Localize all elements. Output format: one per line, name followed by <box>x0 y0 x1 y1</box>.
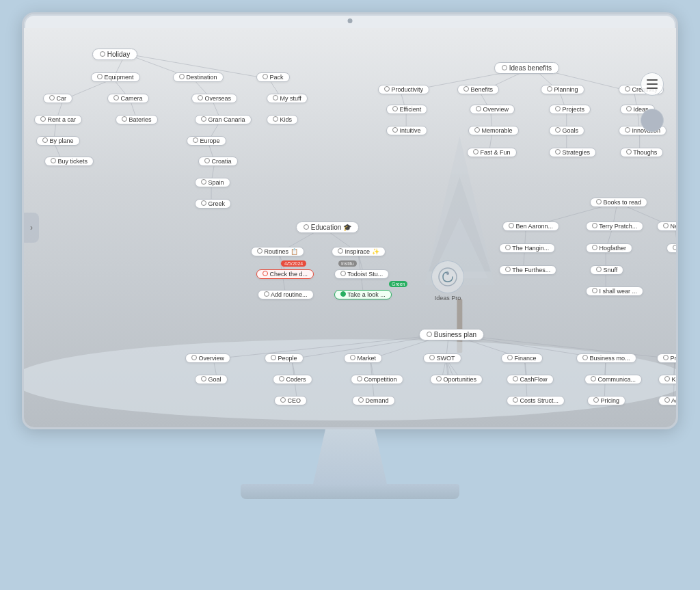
node-ceo[interactable]: CEO <box>274 396 307 405</box>
node-goal[interactable]: Goal <box>195 375 228 384</box>
node-rent-a-car[interactable]: Rent a car <box>34 115 82 124</box>
node-books-to-read[interactable]: Books to read <box>590 198 647 207</box>
logo-text: Ideas Pro <box>435 295 461 301</box>
node-finance[interactable]: Finance <box>501 353 543 363</box>
svg-point-74 <box>439 268 457 286</box>
node-business-plan[interactable]: Business plan <box>419 329 484 340</box>
logo-circle <box>431 260 464 293</box>
mindmap: Holiday Equipment Destination Pack Car C… <box>24 28 676 427</box>
node-take-a-look[interactable]: Take a look ... <box>334 290 392 299</box>
node-destination[interactable]: Destination <box>173 72 224 82</box>
node-the-hangin[interactable]: The Hangin... <box>499 243 555 253</box>
node-snuff[interactable]: Snuff <box>590 265 623 275</box>
node-ideas-benefits[interactable]: Ideas benefits <box>494 62 559 74</box>
node-i-shall-wear[interactable]: I shall wear ... <box>586 286 643 296</box>
menu-button[interactable] <box>641 72 664 96</box>
node-demand[interactable]: Demand <box>352 396 395 405</box>
node-terry-pratch[interactable]: Terry Pratch... <box>586 222 643 231</box>
node-thoughts[interactable]: Thoughs <box>620 148 663 157</box>
green-badge: Green <box>389 281 407 287</box>
node-equipment[interactable]: Equipment <box>91 72 140 82</box>
node-kids[interactable]: Kids <box>267 115 298 124</box>
node-people[interactable]: People <box>265 353 304 363</box>
node-market[interactable]: Market <box>344 353 382 363</box>
center-logo: Ideas Pro <box>427 260 468 301</box>
monitor: Holiday Equipment Destination Pack Car C… <box>22 12 678 429</box>
node-cashflow[interactable]: CashFlow <box>507 375 554 384</box>
node-oportunities[interactable]: Oportunities <box>430 375 483 384</box>
node-fast-fun[interactable]: Fast & Fun <box>467 148 517 157</box>
node-education[interactable]: Education 🎓 <box>296 222 359 233</box>
chevron-left-icon: › <box>30 223 33 232</box>
node-key-bene[interactable]: Key Bene... <box>658 375 676 384</box>
date-badge: 4/5/2024 <box>281 260 306 267</box>
svg-point-75 <box>446 272 449 275</box>
node-strategies[interactable]: Strategies <box>549 148 596 157</box>
node-added-v[interactable]: Added V... <box>658 396 676 405</box>
node-projects[interactable]: Projects <box>549 105 591 114</box>
node-todoist-stu[interactable]: Todoist Stu... <box>334 269 389 279</box>
node-inspirace[interactable]: Inspirace ✨ <box>332 247 386 256</box>
node-business-mo[interactable]: Business mo... <box>576 353 636 363</box>
node-add-routine[interactable]: Add routine... <box>258 290 314 299</box>
node-pack[interactable]: Pack <box>256 72 290 82</box>
screen: Holiday Equipment Destination Pack Car C… <box>24 28 676 427</box>
node-intuitive[interactable]: Intuitive <box>386 126 427 135</box>
node-coders[interactable]: Coders <box>273 375 312 384</box>
node-check-d[interactable]: Check the d... <box>256 269 314 279</box>
monitor-stand-base <box>241 484 459 499</box>
node-the-furthes[interactable]: The Furthes... <box>499 265 556 275</box>
node-camera[interactable]: Camera <box>107 94 149 103</box>
node-croatia[interactable]: Croatia <box>198 157 238 166</box>
avatar[interactable] <box>641 109 664 132</box>
node-costs-struct[interactable]: Costs Struct... <box>507 396 565 405</box>
node-communica[interactable]: Communica... <box>584 375 642 384</box>
node-benefits[interactable]: Benefits <box>457 85 499 94</box>
node-swot[interactable]: SWOT <box>423 353 461 363</box>
node-gran-canaria[interactable]: Gran Canaria <box>195 115 252 124</box>
menu-icon <box>647 79 658 81</box>
node-neil-gaim[interactable]: Neil Gaim... <box>657 222 676 231</box>
node-buy-tickets[interactable]: Buy tickets <box>44 157 94 166</box>
node-europe[interactable]: Europe <box>187 136 226 146</box>
node-never[interactable]: Never <box>667 243 676 253</box>
node-greek[interactable]: Greek <box>195 199 231 209</box>
node-overview-ideas[interactable]: Overview <box>470 105 515 114</box>
node-competition[interactable]: Competition <box>351 375 403 384</box>
node-overview-bp[interactable]: Overview <box>185 353 230 363</box>
node-planning[interactable]: Planning <box>541 85 584 94</box>
node-ben-aaronn[interactable]: Ben Aaronn... <box>502 222 559 231</box>
node-efficient[interactable]: Efficient <box>386 105 427 114</box>
node-pricing[interactable]: Pricing <box>587 396 625 405</box>
node-my-stuff[interactable]: My stuff <box>267 94 308 103</box>
camera-dot <box>348 18 353 23</box>
node-holiday[interactable]: Holiday <box>92 49 137 60</box>
node-product[interactable]: Product <box>657 353 676 363</box>
node-overseas[interactable]: Overseas <box>191 94 237 103</box>
inspirace-badge: Institu <box>338 260 357 267</box>
node-memorable[interactable]: Memorable <box>468 126 519 135</box>
node-car[interactable]: Car <box>43 94 72 103</box>
node-by-plane[interactable]: By plane <box>36 136 80 146</box>
node-bateries[interactable]: Bateries <box>116 115 158 124</box>
node-spain[interactable]: Spain <box>195 178 230 187</box>
node-productivity[interactable]: Productivity <box>378 85 429 94</box>
left-arrow-button[interactable]: › <box>24 213 39 243</box>
node-goals-ideas[interactable]: Goals <box>549 126 584 135</box>
monitor-stand-neck <box>288 429 412 484</box>
node-routines[interactable]: Routines 📋 <box>251 247 304 256</box>
scene: Holiday Equipment Destination Pack Car C… <box>0 0 700 590</box>
node-hogfather[interactable]: Hogfather <box>586 243 632 253</box>
menu-icon <box>647 83 658 85</box>
menu-icon <box>647 88 658 89</box>
